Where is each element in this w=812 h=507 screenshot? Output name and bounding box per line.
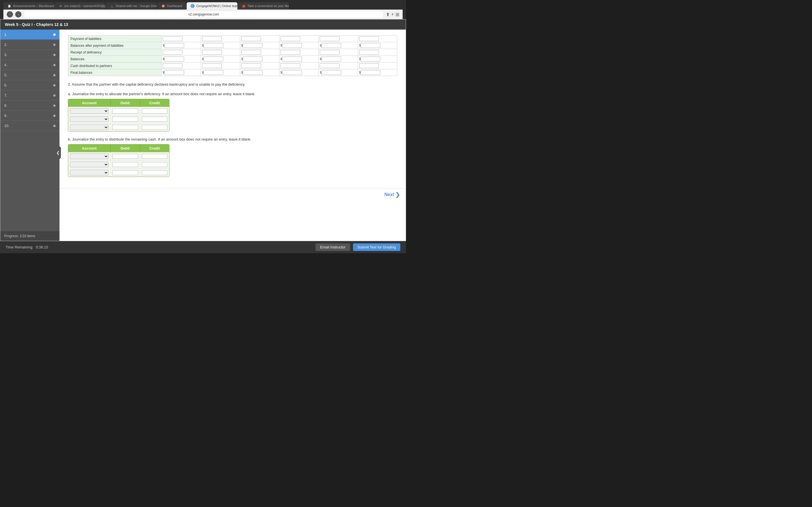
after-payment-col1[interactable] <box>164 43 184 48</box>
account-select-a2[interactable] <box>70 116 109 122</box>
app-window: Week 5 - Quiz I - Chapters 12 & 13 1. 2.… <box>0 19 406 241</box>
account-cell-a3 <box>68 123 110 131</box>
receipt-col1[interactable] <box>163 50 183 55</box>
ledger-header-a: Account Debit Credit <box>68 99 169 107</box>
credit-cell-b2 <box>140 161 169 168</box>
question-item-9[interactable]: 9. <box>0 111 59 121</box>
account-select-a1[interactable] <box>70 108 109 114</box>
credit-cell-a3 <box>140 123 169 131</box>
receipt-col5[interactable] <box>320 50 340 55</box>
credit-input-b1[interactable] <box>142 154 167 159</box>
sidebar-footer: Progress: 1/10 items <box>0 231 59 241</box>
final-col6[interactable] <box>361 70 380 75</box>
credit-input-a2[interactable] <box>142 117 167 122</box>
receipt-col6[interactable] <box>359 50 379 55</box>
back-button[interactable]: ‹ <box>7 11 13 17</box>
cash-col3[interactable] <box>241 63 261 68</box>
credit-input-b3[interactable] <box>142 170 167 175</box>
tab-cengage[interactable]: C CengageNOWv2 | Online teachi... <box>187 2 238 10</box>
final-col3[interactable] <box>243 70 262 75</box>
question-item-2[interactable]: 2. <box>0 40 59 50</box>
cash-col1[interactable] <box>163 63 183 68</box>
after-payment-col2[interactable] <box>204 43 223 48</box>
ledger-table-a: Account Debit Credit <box>68 99 169 131</box>
account-select-b3[interactable] <box>70 170 109 175</box>
question-item-10[interactable]: 10. <box>0 121 59 131</box>
question-item-7[interactable]: 7. <box>0 91 59 101</box>
credit-input-a1[interactable] <box>142 108 167 114</box>
account-select-b2[interactable] <box>70 162 109 167</box>
payment-col1[interactable] <box>163 36 183 41</box>
tab-blackboard[interactable]: 📋 Announcements – Blackboard L... <box>3 2 54 10</box>
final-col4[interactable] <box>282 70 302 75</box>
submit-test-button[interactable]: Submit Test for Grading <box>353 243 400 251</box>
credit-input-a3[interactable] <box>142 125 167 130</box>
tab-gmail[interactable]: ✉ (no subject) - naimam4343@g... <box>55 2 105 10</box>
tab-gdrive[interactable]: △ Shared with me - Google Drive <box>106 2 157 10</box>
account-select-a3[interactable] <box>70 124 109 130</box>
question-item-5[interactable]: 5. <box>0 70 59 80</box>
ledger-row-b1 <box>68 152 169 160</box>
debit-input-a1[interactable] <box>112 108 138 114</box>
next-button[interactable]: Next ❯ <box>384 191 400 198</box>
after-payment-col4[interactable] <box>282 43 302 48</box>
credit-input-b2[interactable] <box>142 162 167 167</box>
cash-col6[interactable] <box>359 63 379 68</box>
payment-col3[interactable] <box>241 36 261 41</box>
q-dot-2 <box>53 44 56 46</box>
q-dot-6 <box>53 84 56 87</box>
question-item-8[interactable]: 8. <box>0 101 59 111</box>
question-item-3[interactable]: 3. <box>0 50 59 60</box>
question-item-1[interactable]: 1. <box>0 30 59 40</box>
after-payment-col6[interactable] <box>361 43 380 48</box>
part-b-label: b. Journalize the entry to distribute th… <box>68 137 397 142</box>
payment-col2[interactable] <box>202 36 222 41</box>
forward-button[interactable]: › <box>15 11 21 17</box>
balances-col3[interactable] <box>243 57 262 61</box>
debit-input-a2[interactable] <box>112 117 138 122</box>
balances-col4[interactable] <box>282 57 302 61</box>
debit-cell-b1 <box>110 152 140 160</box>
receipt-col3[interactable] <box>241 50 261 55</box>
receipt-col4[interactable] <box>281 50 300 55</box>
balances-col2[interactable] <box>204 57 223 61</box>
balances-col6[interactable] <box>361 57 380 61</box>
window-header: Week 5 - Quiz I - Chapters 12 & 13 <box>0 19 406 30</box>
after-payment-col3[interactable] <box>243 43 262 48</box>
tab-screenshot[interactable]: 🍎 Take a screenshot on your Mac... <box>238 2 289 10</box>
cash-col4[interactable] <box>281 63 300 68</box>
question-item-6[interactable]: 6. <box>0 80 59 91</box>
after-payment-col5[interactable] <box>321 43 341 48</box>
balances-col1[interactable] <box>164 57 184 61</box>
debit-input-b2[interactable] <box>112 162 138 167</box>
final-col2[interactable] <box>204 70 223 75</box>
grid-icon[interactable]: ⊞ <box>396 12 399 17</box>
cash-col2[interactable] <box>202 63 222 68</box>
tab-dashboard[interactable]: 🎯 Dashboard <box>157 2 186 10</box>
debit-input-b1[interactable] <box>112 154 138 159</box>
row-label-payment: Payment of liabilities <box>68 36 161 42</box>
row-label-after-payment: Balances after payment of liabilities <box>68 42 161 49</box>
debit-cell-a2 <box>110 115 140 123</box>
final-col1[interactable] <box>164 70 184 75</box>
plus-icon[interactable]: + <box>391 12 394 17</box>
cash-col5[interactable] <box>320 63 340 68</box>
receipt-col2[interactable] <box>202 50 222 55</box>
payment-col5[interactable] <box>320 36 340 41</box>
email-instructor-button[interactable]: Email Instructor <box>315 243 350 251</box>
collapse-sidebar-button[interactable]: ❮ <box>55 147 61 159</box>
share-icon[interactable]: ⬆ <box>386 12 390 17</box>
debit-input-a3[interactable] <box>112 125 138 130</box>
payment-col6[interactable] <box>359 36 379 41</box>
bottom-bar: Time Remaining: 0:36:15 Email Instructor… <box>0 241 406 253</box>
url-input[interactable] <box>24 11 383 17</box>
account-select-b1[interactable] <box>70 154 109 159</box>
balances-col5[interactable] <box>321 57 341 61</box>
debit-input-b3[interactable] <box>112 170 138 175</box>
cengage-icon: C <box>191 4 195 8</box>
payment-col4[interactable] <box>281 36 300 41</box>
q-dot-1 <box>53 34 56 36</box>
question-item-4[interactable]: 4. <box>0 60 59 70</box>
final-col5[interactable] <box>321 70 341 75</box>
q-dot-9 <box>53 115 56 117</box>
